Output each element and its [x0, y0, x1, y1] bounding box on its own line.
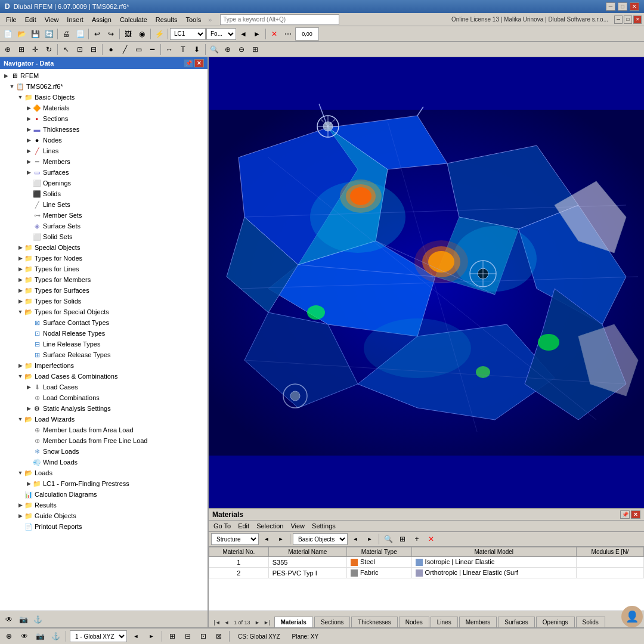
- menu-selection[interactable]: Selection: [254, 522, 286, 530]
- tree-openings[interactable]: ⬜ Openings: [0, 178, 208, 188]
- status-view2-btn[interactable]: ⊟: [181, 630, 194, 643]
- prev-btn[interactable]: ◄: [237, 27, 250, 41]
- tab-members[interactable]: Members: [459, 617, 497, 627]
- zoom-btn[interactable]: 🔍: [208, 43, 221, 56]
- pt-add-btn[interactable]: +: [410, 532, 423, 546]
- tree-calc-diagrams[interactable]: 📊 Calculation Diagrams: [0, 489, 208, 500]
- tree-types-special[interactable]: ▼ 📂 Types for Special Objects: [0, 306, 208, 317]
- tab-solids[interactable]: Solids: [576, 617, 605, 627]
- open-btn[interactable]: 📂: [15, 27, 28, 41]
- tree-wind-loads[interactable]: 💨 Wind Loads: [0, 457, 208, 467]
- nav-eye-btn[interactable]: 👁: [2, 613, 16, 626]
- minimize-button[interactable]: ─: [606, 2, 615, 11]
- tree-sections[interactable]: ▶ ▪ Sections: [0, 113, 208, 124]
- tree-rfem[interactable]: ▶ 🖥 RFEM: [0, 70, 208, 81]
- pt-filter-btn[interactable]: ⊞: [396, 532, 409, 546]
- more-btn[interactable]: ⋯: [281, 27, 295, 41]
- zoomout-btn[interactable]: ⊖: [235, 43, 248, 56]
- menu-results[interactable]: Results: [152, 15, 181, 24]
- pt-prev2-btn[interactable]: ◄: [349, 532, 362, 546]
- tree-nodal-release[interactable]: ⊡ Nodal Release Types: [0, 328, 208, 339]
- ortho-btn[interactable]: ⊞: [15, 43, 28, 56]
- tree-imperfections[interactable]: ▶ 📁 Imperfections: [0, 360, 208, 371]
- tree-types-members[interactable]: ▶ 📁 Types for Members: [0, 274, 208, 285]
- tree-lc1[interactable]: ▶ 📁 LC1 - Form-Finding Prestress: [0, 478, 208, 489]
- menu-goto[interactable]: Go To: [211, 522, 233, 530]
- zoomin-btn[interactable]: ⊕: [221, 43, 234, 56]
- select-btn[interactable]: ↖: [60, 43, 73, 56]
- tree-surface-release[interactable]: ⊞ Surface Release Types: [0, 349, 208, 360]
- panel-header-btns[interactable]: 📌 ✕: [620, 510, 640, 519]
- tree-materials[interactable]: ▶ 🔶 Materials: [0, 103, 208, 113]
- tab-lines[interactable]: Lines: [431, 617, 458, 627]
- pt-next-btn[interactable]: ►: [274, 532, 287, 546]
- navigator-header-btns[interactable]: 📌 ✕: [184, 59, 204, 67]
- tree-load-wizards[interactable]: ▼ 📂 Load Wizards: [0, 414, 208, 425]
- tab-thicknesses[interactable]: Thicknesses: [351, 617, 398, 627]
- tree-project[interactable]: ▼ 📋 TMS062.rf6*: [0, 81, 208, 92]
- new-btn[interactable]: 📄: [1, 27, 14, 41]
- nav-camera-btn[interactable]: 📷: [17, 613, 30, 626]
- next-page-btn[interactable]: ►: [253, 618, 262, 627]
- nav-tree[interactable]: ▶ 🖥 RFEM ▼ 📋 TMS062.rf6* ▼ 📁 Basic Objec…: [0, 69, 208, 611]
- model-view[interactable]: [209, 57, 644, 508]
- node-btn[interactable]: ●: [104, 43, 117, 56]
- panel-bottom-tabs[interactable]: |◄ ◄ 1 of 13 ► ►| Materials Sections Thi…: [209, 611, 644, 627]
- value-btn[interactable]: 0,00: [295, 27, 319, 41]
- structure-dropdown[interactable]: Structure: [211, 533, 259, 545]
- nav-anchor-btn[interactable]: ⚓: [31, 613, 44, 626]
- tab-surfaces[interactable]: Surfaces: [498, 617, 534, 627]
- status-view-btn[interactable]: ⊞: [166, 630, 179, 643]
- tree-line-release[interactable]: ⊟ Line Release Types: [0, 339, 208, 349]
- tree-guide-objects[interactable]: ▶ 📁 Guide Objects: [0, 510, 208, 521]
- tree-member-area[interactable]: ⊕ Member Loads from Area Load: [0, 425, 208, 435]
- pt-prev-btn[interactable]: ◄: [260, 532, 273, 546]
- tree-thicknesses[interactable]: ▶ ▬ Thicknesses: [0, 124, 208, 135]
- menu-edit[interactable]: Edit: [21, 15, 40, 24]
- surface-btn[interactable]: ▭: [132, 43, 145, 56]
- tree-line-sets[interactable]: ╱ Line Sets: [0, 199, 208, 210]
- tree-surface-sets[interactable]: ◈ Surface Sets: [0, 221, 208, 231]
- tree-static-analysis[interactable]: ▶ ⚙ Static Analysis Settings: [0, 403, 208, 414]
- menu-view-mat[interactable]: View: [288, 522, 307, 530]
- status-prev-btn[interactable]: ◄: [129, 630, 143, 643]
- load-btn[interactable]: ⬇: [190, 43, 203, 56]
- pt-search-btn[interactable]: 🔍: [382, 532, 395, 546]
- move-btn[interactable]: ✛: [29, 43, 42, 56]
- online-min-btn[interactable]: ─: [614, 16, 623, 24]
- tab-nodes[interactable]: Nodes: [399, 617, 429, 627]
- status-cam-btn[interactable]: 📷: [33, 630, 47, 643]
- tree-loads[interactable]: ▼ 📂 Loads: [0, 467, 208, 478]
- status-view4-btn[interactable]: ⊠: [212, 630, 225, 643]
- status-eye-btn[interactable]: 👁: [18, 630, 31, 643]
- prev-page-btn[interactable]: ◄: [222, 618, 231, 627]
- panel-pin-btn[interactable]: 📌: [620, 510, 630, 519]
- view-btn[interactable]: 🖼: [122, 27, 135, 41]
- tree-member-free-line[interactable]: ⊕ Member Loads from Free Line Load: [0, 435, 208, 446]
- member-btn[interactable]: ━: [145, 43, 159, 56]
- render-btn[interactable]: ◉: [135, 27, 148, 41]
- nav-pin-btn[interactable]: 📌: [184, 59, 193, 67]
- save-btn[interactable]: 💾: [29, 27, 42, 41]
- title-bar-controls[interactable]: ─ □ ✕: [606, 2, 639, 11]
- tree-basic-objects[interactable]: ▼ 📁 Basic Objects: [0, 92, 208, 103]
- coord-system-dropdown[interactable]: 1 - Global XYZ: [70, 630, 127, 642]
- next-btn[interactable]: ►: [250, 27, 264, 41]
- line-btn[interactable]: ╱: [118, 43, 131, 56]
- tree-load-comb[interactable]: ⊕ Load Combinations: [0, 392, 208, 403]
- status-anchor-btn[interactable]: ⚓: [49, 630, 62, 643]
- first-page-btn[interactable]: |◄: [212, 618, 222, 627]
- fit-btn[interactable]: ⊞: [249, 43, 262, 56]
- redo-btn[interactable]: ↪: [104, 27, 117, 41]
- tree-load-cases-comb[interactable]: ▼ 📂 Load Cases & Combinations: [0, 371, 208, 382]
- tab-materials[interactable]: Materials: [274, 617, 313, 627]
- print-btn[interactable]: 🖨: [60, 27, 73, 41]
- mat-row-2[interactable]: 2 PES-PVC Typ I Fabric Orthotropic | Lin…: [209, 568, 644, 578]
- pt-delete-btn[interactable]: ✕: [425, 532, 438, 546]
- menu-settings[interactable]: Settings: [309, 522, 338, 530]
- refresh-btn[interactable]: 🔄: [42, 27, 55, 41]
- close-button[interactable]: ✕: [630, 2, 639, 11]
- tree-special-objects[interactable]: ▶ 📁 Special Objects: [0, 242, 208, 253]
- tree-solids[interactable]: ⬛ Solids: [0, 188, 208, 199]
- status-view3-btn[interactable]: ⊡: [197, 630, 210, 643]
